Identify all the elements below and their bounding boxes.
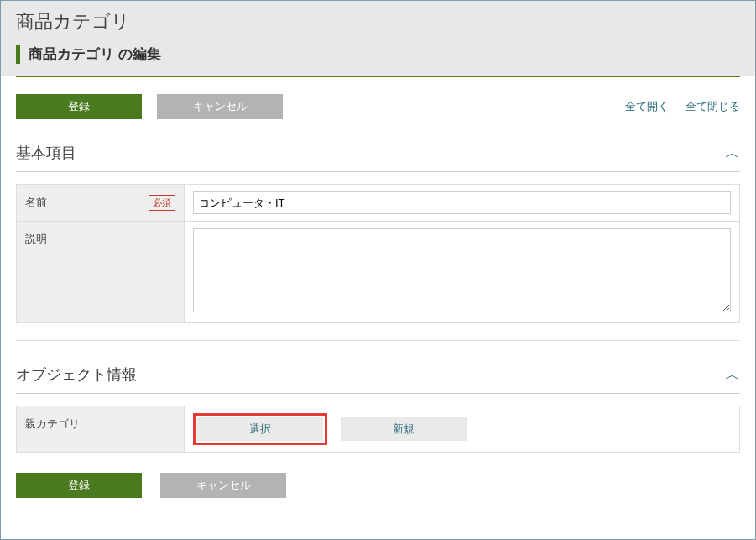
top-action-row: 登録 キャンセル 全て開く 全て閉じる (16, 94, 740, 119)
name-label-cell: 名前 必須 (17, 185, 185, 222)
new-button[interactable]: 新規 (341, 417, 467, 441)
section-basic-header[interactable]: 基本項目 ︿ (16, 143, 740, 172)
collapse-all-link[interactable]: 全て閉じる (686, 99, 740, 114)
desc-label-cell: 説明 (17, 222, 185, 323)
parent-input-cell: 選択 新規 (185, 406, 740, 453)
cancel-button[interactable]: キャンセル (157, 94, 283, 119)
desc-input-cell (185, 222, 740, 323)
register-button[interactable]: 登録 (16, 94, 142, 119)
name-input-cell (185, 185, 740, 222)
bottom-action-row: 登録 キャンセル (16, 473, 740, 498)
select-button[interactable]: 選択 (197, 417, 323, 441)
sub-title-row: 商品カテゴリ の編集 (16, 45, 740, 76)
chevron-up-icon: ︿ (725, 143, 740, 163)
section-basic-title: 基本項目 (16, 143, 725, 163)
section-object-header[interactable]: オブジェクト情報 ︿ (16, 364, 740, 394)
parent-label-cell: 親カテゴリ (17, 406, 185, 453)
section-basic: 基本項目 ︿ 名前 必須 説明 (16, 143, 740, 323)
chevron-up-icon: ︿ (725, 364, 740, 385)
desc-textarea[interactable] (193, 228, 731, 312)
section-separator (16, 340, 740, 341)
desc-label: 説明 (25, 233, 47, 245)
required-badge: 必須 (149, 195, 175, 211)
cancel-button-bottom[interactable]: キャンセル (160, 473, 286, 498)
name-label: 名前 (25, 196, 47, 208)
register-button-bottom[interactable]: 登録 (16, 473, 142, 498)
sub-title: 商品カテゴリ の編集 (29, 45, 161, 64)
section-object: オブジェクト情報 ︿ 親カテゴリ 選択 新規 (16, 364, 740, 453)
expand-all-link[interactable]: 全て開く (625, 99, 669, 114)
object-form-table: 親カテゴリ 選択 新規 (16, 406, 740, 453)
page-header: 商品カテゴリ 商品カテゴリ の編集 (1, 1, 755, 76)
divider-green (16, 76, 740, 77)
content-area: 登録 キャンセル 全て開く 全て閉じる 基本項目 ︿ 名前 必須 説明 (1, 76, 755, 515)
highlight-annotation: 選択 (193, 413, 327, 445)
accent-bar (16, 45, 20, 64)
basic-form-table: 名前 必須 説明 (16, 184, 740, 323)
name-input[interactable] (193, 191, 731, 214)
page-title: 商品カテゴリ (16, 9, 740, 45)
parent-label: 親カテゴリ (25, 417, 80, 430)
section-object-title: オブジェクト情報 (16, 364, 725, 385)
